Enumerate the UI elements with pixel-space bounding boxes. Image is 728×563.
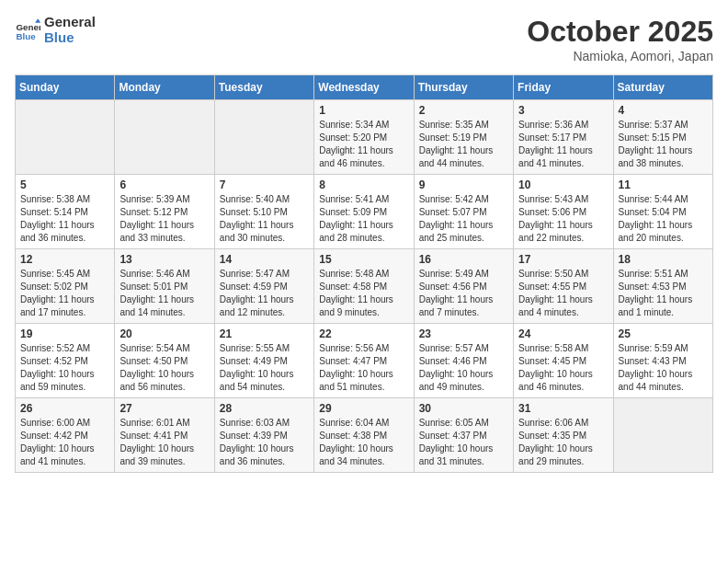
day-number: 15 — [319, 253, 408, 266]
cell-sun-info: Sunrise: 5:51 AMSunset: 4:53 PMDaylight:… — [619, 268, 708, 319]
calendar-cell: 11Sunrise: 5:44 AMSunset: 5:04 PMDayligh… — [613, 175, 712, 249]
calendar-cell: 5Sunrise: 5:38 AMSunset: 5:14 PMDaylight… — [16, 175, 115, 249]
day-number: 13 — [119, 253, 209, 266]
calendar-body: 1Sunrise: 5:34 AMSunset: 5:20 PMDaylight… — [16, 100, 713, 473]
calendar-cell: 10Sunrise: 5:43 AMSunset: 5:06 PMDayligh… — [514, 175, 613, 249]
cell-sun-info: Sunrise: 5:52 AMSunset: 4:52 PMDaylight:… — [20, 342, 109, 394]
day-number: 4 — [619, 104, 708, 117]
logo-icon: General Blue — [15, 17, 40, 43]
weekday-header-friday: Friday — [514, 75, 613, 100]
day-number: 5 — [20, 178, 109, 191]
calendar-cell: 23Sunrise: 5:57 AMSunset: 4:46 PMDayligh… — [414, 324, 513, 398]
cell-sun-info: Sunrise: 5:46 AMSunset: 5:01 PMDaylight:… — [119, 268, 209, 319]
cell-sun-info: Sunrise: 5:45 AMSunset: 5:02 PMDaylight:… — [20, 268, 109, 319]
page-header: General Blue General Blue October 2025 N… — [15, 15, 713, 63]
calendar-cell: 7Sunrise: 5:40 AMSunset: 5:10 PMDaylight… — [214, 175, 313, 249]
day-number: 22 — [319, 327, 408, 340]
cell-sun-info: Sunrise: 5:36 AMSunset: 5:17 PMDaylight:… — [518, 119, 608, 170]
calendar-cell: 8Sunrise: 5:41 AMSunset: 5:09 PMDaylight… — [314, 175, 414, 249]
calendar-cell: 28Sunrise: 6:03 AMSunset: 4:39 PMDayligh… — [214, 398, 313, 473]
calendar-cell: 15Sunrise: 5:48 AMSunset: 4:58 PMDayligh… — [314, 249, 414, 324]
day-number: 19 — [20, 327, 109, 340]
calendar-cell: 27Sunrise: 6:01 AMSunset: 4:41 PMDayligh… — [115, 398, 214, 473]
day-number: 1 — [319, 104, 408, 117]
day-number: 9 — [419, 178, 508, 191]
calendar-cell: 16Sunrise: 5:49 AMSunset: 4:56 PMDayligh… — [414, 249, 513, 324]
day-number: 25 — [619, 327, 708, 340]
calendar-cell — [16, 100, 115, 175]
svg-text:Blue: Blue — [16, 30, 36, 40]
day-number: 12 — [20, 253, 109, 266]
cell-sun-info: Sunrise: 6:00 AMSunset: 4:42 PMDaylight:… — [20, 417, 109, 468]
calendar-cell: 29Sunrise: 6:04 AMSunset: 4:38 PMDayligh… — [314, 398, 414, 473]
day-number: 27 — [119, 402, 209, 415]
cell-sun-info: Sunrise: 5:47 AMSunset: 4:59 PMDaylight:… — [220, 268, 309, 319]
calendar-cell: 24Sunrise: 5:58 AMSunset: 4:45 PMDayligh… — [514, 324, 613, 398]
cell-sun-info: Sunrise: 5:41 AMSunset: 5:09 PMDaylight:… — [319, 193, 408, 245]
day-number: 10 — [518, 178, 608, 191]
calendar-cell: 2Sunrise: 5:35 AMSunset: 5:19 PMDaylight… — [414, 100, 513, 175]
cell-sun-info: Sunrise: 5:39 AMSunset: 5:12 PMDaylight:… — [119, 193, 209, 245]
week-row-2: 5Sunrise: 5:38 AMSunset: 5:14 PMDaylight… — [16, 175, 713, 249]
calendar-cell: 31Sunrise: 6:06 AMSunset: 4:35 PMDayligh… — [514, 398, 613, 473]
cell-sun-info: Sunrise: 5:43 AMSunset: 5:06 PMDaylight:… — [518, 193, 608, 245]
day-number: 28 — [220, 402, 309, 415]
day-number: 14 — [220, 253, 309, 266]
cell-sun-info: Sunrise: 6:04 AMSunset: 4:38 PMDaylight:… — [319, 417, 408, 468]
calendar-cell: 3Sunrise: 5:36 AMSunset: 5:17 PMDaylight… — [514, 100, 613, 175]
cell-sun-info: Sunrise: 6:05 AMSunset: 4:37 PMDaylight:… — [419, 417, 508, 468]
calendar-table: SundayMondayTuesdayWednesdayThursdayFrid… — [15, 75, 713, 473]
day-number: 17 — [518, 253, 608, 266]
cell-sun-info: Sunrise: 5:50 AMSunset: 4:55 PMDaylight:… — [518, 268, 608, 319]
calendar-cell: 12Sunrise: 5:45 AMSunset: 5:02 PMDayligh… — [16, 249, 115, 324]
week-row-1: 1Sunrise: 5:34 AMSunset: 5:20 PMDaylight… — [16, 100, 713, 175]
logo-line2: Blue — [44, 30, 96, 46]
calendar-cell: 20Sunrise: 5:54 AMSunset: 4:50 PMDayligh… — [115, 324, 214, 398]
day-number: 8 — [319, 178, 408, 191]
calendar-cell: 13Sunrise: 5:46 AMSunset: 5:01 PMDayligh… — [115, 249, 214, 324]
svg-marker-3 — [35, 18, 40, 22]
day-number: 2 — [419, 104, 508, 117]
weekday-header-tuesday: Tuesday — [214, 75, 313, 100]
cell-sun-info: Sunrise: 5:44 AMSunset: 5:04 PMDaylight:… — [619, 193, 708, 245]
cell-sun-info: Sunrise: 5:38 AMSunset: 5:14 PMDaylight:… — [20, 193, 109, 245]
day-number: 24 — [518, 327, 608, 340]
calendar-cell — [214, 100, 313, 175]
day-number: 29 — [319, 402, 408, 415]
weekday-header-wednesday: Wednesday — [314, 75, 414, 100]
day-number: 31 — [518, 402, 608, 415]
cell-sun-info: Sunrise: 6:03 AMSunset: 4:39 PMDaylight:… — [220, 417, 309, 468]
calendar-cell: 22Sunrise: 5:56 AMSunset: 4:47 PMDayligh… — [314, 324, 414, 398]
cell-sun-info: Sunrise: 5:35 AMSunset: 5:19 PMDaylight:… — [419, 119, 508, 170]
cell-sun-info: Sunrise: 5:56 AMSunset: 4:47 PMDaylight:… — [319, 342, 408, 394]
calendar-cell — [115, 100, 214, 175]
day-number: 21 — [220, 327, 309, 340]
cell-sun-info: Sunrise: 5:37 AMSunset: 5:15 PMDaylight:… — [619, 119, 708, 170]
cell-sun-info: Sunrise: 5:59 AMSunset: 4:43 PMDaylight:… — [619, 342, 708, 394]
weekday-header-row: SundayMondayTuesdayWednesdayThursdayFrid… — [16, 75, 713, 100]
calendar-title: October 2025 — [527, 15, 713, 49]
calendar-cell: 6Sunrise: 5:39 AMSunset: 5:12 PMDaylight… — [115, 175, 214, 249]
calendar-cell: 4Sunrise: 5:37 AMSunset: 5:15 PMDaylight… — [613, 100, 712, 175]
weekday-header-thursday: Thursday — [414, 75, 513, 100]
week-row-5: 26Sunrise: 6:00 AMSunset: 4:42 PMDayligh… — [16, 398, 713, 473]
calendar-cell: 19Sunrise: 5:52 AMSunset: 4:52 PMDayligh… — [16, 324, 115, 398]
calendar-cell: 9Sunrise: 5:42 AMSunset: 5:07 PMDaylight… — [414, 175, 513, 249]
day-number: 18 — [619, 253, 708, 266]
cell-sun-info: Sunrise: 5:48 AMSunset: 4:58 PMDaylight:… — [319, 268, 408, 319]
cell-sun-info: Sunrise: 5:49 AMSunset: 4:56 PMDaylight:… — [419, 268, 508, 319]
day-number: 6 — [119, 178, 209, 191]
logo-line1: General — [44, 15, 96, 30]
cell-sun-info: Sunrise: 6:01 AMSunset: 4:41 PMDaylight:… — [119, 417, 209, 468]
calendar-subtitle: Namioka, Aomori, Japan — [527, 49, 713, 63]
calendar-cell: 17Sunrise: 5:50 AMSunset: 4:55 PMDayligh… — [514, 249, 613, 324]
cell-sun-info: Sunrise: 5:58 AMSunset: 4:45 PMDaylight:… — [518, 342, 608, 394]
day-number: 16 — [419, 253, 508, 266]
calendar-cell: 1Sunrise: 5:34 AMSunset: 5:20 PMDaylight… — [314, 100, 414, 175]
logo: General Blue General Blue — [15, 15, 96, 45]
title-block: October 2025 Namioka, Aomori, Japan — [527, 15, 713, 63]
day-number: 26 — [20, 402, 109, 415]
cell-sun-info: Sunrise: 5:55 AMSunset: 4:49 PMDaylight:… — [220, 342, 309, 394]
weekday-header-sunday: Sunday — [16, 75, 115, 100]
day-number: 11 — [619, 178, 708, 191]
